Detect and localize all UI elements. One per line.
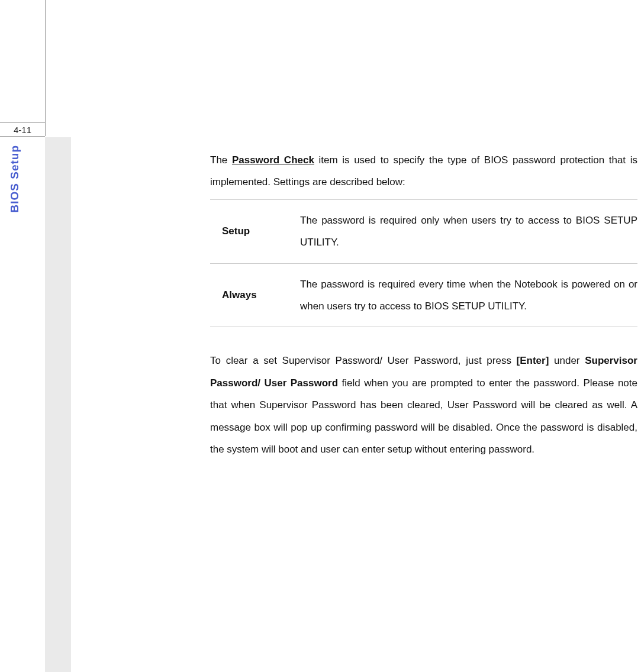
page-number-box: 4-11 (0, 122, 45, 137)
table-row: Setup The password is required only when… (210, 199, 637, 263)
setting-description: The password is required only when users… (293, 199, 637, 263)
settings-table: Setup The password is required only when… (210, 199, 637, 328)
clear-password-paragraph: To clear a set Supervisor Password/ User… (210, 350, 637, 460)
enter-key-label: [Enter] (517, 355, 549, 366)
table-row: Always The password is required every ti… (210, 263, 637, 327)
setting-description: The password is required every time when… (293, 263, 637, 327)
password-check-item-name: Password Check (232, 154, 314, 166)
after-post: field when you are prompted to enter the… (210, 377, 637, 455)
main-content: The Password Check item is used to speci… (210, 149, 637, 460)
intro-paragraph: The Password Check item is used to speci… (210, 149, 637, 193)
section-title-vertical: BIOS Setup (8, 145, 21, 213)
page-number: 4-11 (14, 125, 31, 135)
intro-pre: The (210, 154, 232, 166)
setting-label: Always (210, 263, 293, 327)
setting-label: Setup (210, 199, 293, 263)
gray-margin-column (45, 137, 71, 672)
vertical-rule (45, 0, 46, 136)
after-mid1: under (549, 355, 585, 366)
after-pre: To clear a set Supervisor Password/ User… (210, 355, 517, 366)
